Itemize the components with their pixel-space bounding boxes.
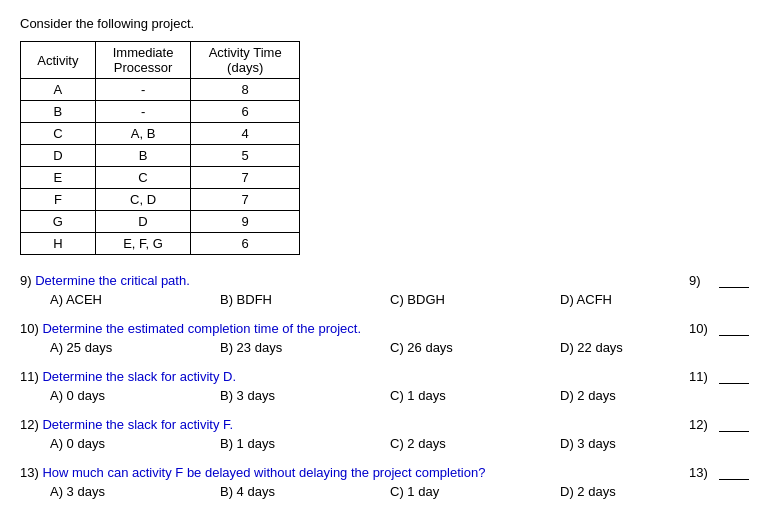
answer-choice: C) 26 days	[390, 340, 560, 355]
table-cell-activity: C	[21, 123, 96, 145]
answer-choice: C) 2 days	[390, 436, 560, 451]
answer-choice: D) 2 days	[560, 388, 730, 403]
table-cell-time: 8	[191, 79, 300, 101]
answer-choice: A) 0 days	[50, 388, 220, 403]
side-question-num: 10)	[689, 321, 749, 336]
col-header-activity: Activity	[21, 42, 96, 79]
table-cell-time: 9	[191, 211, 300, 233]
table-cell-time: 5	[191, 145, 300, 167]
answer-choice: B) 1 days	[220, 436, 390, 451]
answer-choice: A) 3 days	[50, 484, 220, 499]
question-block: 13) How much can activity F be delayed w…	[20, 465, 749, 499]
table-cell-processor: C, D	[95, 189, 191, 211]
table-cell-activity: D	[21, 145, 96, 167]
answer-choice: D) 2 days	[560, 484, 730, 499]
answer-choice: B) BDFH	[220, 292, 390, 307]
answers-row: A) 3 daysB) 4 daysC) 1 dayD) 2 days	[50, 484, 730, 499]
table-cell-activity: H	[21, 233, 96, 255]
question-block: 12) Determine the slack for activity F.A…	[20, 417, 749, 451]
table-cell-processor: -	[95, 101, 191, 123]
answer-choice: C) BDGH	[390, 292, 560, 307]
question-block: 10) Determine the estimated completion t…	[20, 321, 749, 355]
table-cell-time: 6	[191, 101, 300, 123]
answer-choice: A) ACEH	[50, 292, 220, 307]
table-cell-time: 4	[191, 123, 300, 145]
question-text: 10) Determine the estimated completion t…	[20, 321, 749, 336]
answer-choice: C) 1 day	[390, 484, 560, 499]
table-cell-activity: A	[21, 79, 96, 101]
question-text: 11) Determine the slack for activity D.	[20, 369, 749, 384]
table-row: B-6	[21, 101, 300, 123]
table-row: DB5	[21, 145, 300, 167]
intro-text: Consider the following project.	[20, 16, 749, 31]
table-row: FC, D7	[21, 189, 300, 211]
answer-choice: A) 0 days	[50, 436, 220, 451]
table-cell-processor: E, F, G	[95, 233, 191, 255]
table-cell-activity: G	[21, 211, 96, 233]
activity-table: Activity ImmediateProcessor Activity Tim…	[20, 41, 300, 255]
table-cell-processor: C	[95, 167, 191, 189]
table-row: HE, F, G6	[21, 233, 300, 255]
table-row: A-8	[21, 79, 300, 101]
answer-choice: D) 3 days	[560, 436, 730, 451]
question-text: 9) Determine the critical path.	[20, 273, 749, 288]
side-question-num: 9)	[689, 273, 749, 288]
answer-choice: A) 25 days	[50, 340, 220, 355]
table-row: GD9	[21, 211, 300, 233]
answers-row: A) 25 daysB) 23 daysC) 26 daysD) 22 days	[50, 340, 730, 355]
table-cell-time: 7	[191, 189, 300, 211]
table-cell-processor: -	[95, 79, 191, 101]
answer-choice: B) 3 days	[220, 388, 390, 403]
question-block: 11) Determine the slack for activity D.A…	[20, 369, 749, 403]
table-cell-time: 7	[191, 167, 300, 189]
col-header-processor: ImmediateProcessor	[95, 42, 191, 79]
col-header-time: Activity Time(days)	[191, 42, 300, 79]
side-question-num: 11)	[689, 369, 749, 384]
answer-choice: B) 4 days	[220, 484, 390, 499]
side-question-num: 13)	[689, 465, 749, 480]
answer-choice: B) 23 days	[220, 340, 390, 355]
table-cell-time: 6	[191, 233, 300, 255]
answers-row: A) 0 daysB) 1 daysC) 2 daysD) 3 days	[50, 436, 730, 451]
answer-choice: D) ACFH	[560, 292, 730, 307]
table-cell-processor: D	[95, 211, 191, 233]
answers-row: A) 0 daysB) 3 daysC) 1 daysD) 2 days	[50, 388, 730, 403]
table-row: EC7	[21, 167, 300, 189]
question-text: 12) Determine the slack for activity F.	[20, 417, 749, 432]
answers-row: A) ACEHB) BDFHC) BDGHD) ACFH	[50, 292, 730, 307]
table-cell-processor: A, B	[95, 123, 191, 145]
table-cell-activity: F	[21, 189, 96, 211]
table-cell-activity: E	[21, 167, 96, 189]
answer-choice: C) 1 days	[390, 388, 560, 403]
answer-choice: D) 22 days	[560, 340, 730, 355]
table-cell-processor: B	[95, 145, 191, 167]
side-question-num: 12)	[689, 417, 749, 432]
question-block: 9) Determine the critical path.A) ACEHB)…	[20, 273, 749, 307]
table-cell-activity: B	[21, 101, 96, 123]
question-text: 13) How much can activity F be delayed w…	[20, 465, 749, 480]
table-row: CA, B4	[21, 123, 300, 145]
